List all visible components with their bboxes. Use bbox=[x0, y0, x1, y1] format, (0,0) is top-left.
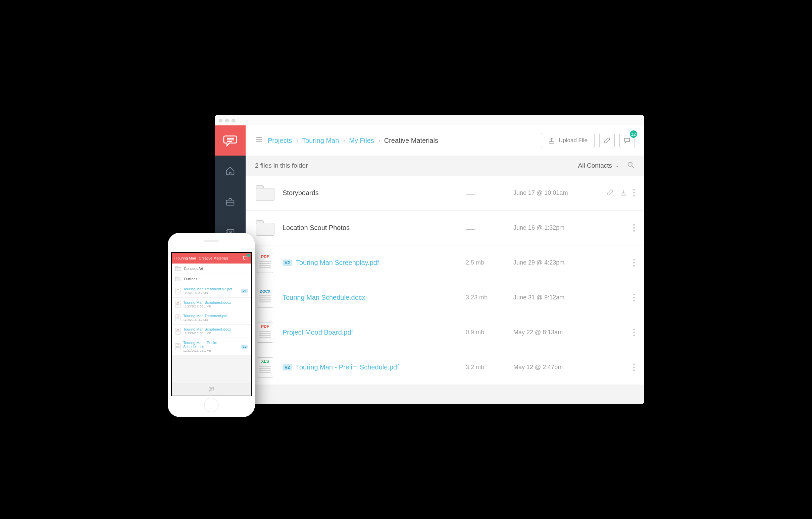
sidebar-briefcase-icon[interactable] bbox=[215, 186, 245, 217]
chevron-left-icon: ‹ bbox=[174, 256, 175, 260]
version-tag: V2 bbox=[283, 364, 292, 370]
file-icon bbox=[175, 343, 180, 350]
file-row[interactable]: Location Scout PhotosJune 16 @ 1:32pm bbox=[245, 211, 644, 245]
file-icon bbox=[175, 288, 180, 294]
chevron-right-icon: › bbox=[378, 137, 380, 144]
phone-file-list: Concept ArtOutlinesTouring Man Treatment… bbox=[172, 264, 251, 383]
more-icon[interactable] bbox=[633, 259, 635, 267]
link-icon[interactable] bbox=[606, 189, 614, 197]
file-date: May 12 @ 2:47pm bbox=[513, 364, 587, 371]
more-icon[interactable] bbox=[633, 224, 635, 232]
file-size bbox=[466, 224, 506, 231]
phone-badge bbox=[247, 254, 250, 257]
file-size: 2.5 mb bbox=[466, 259, 506, 266]
breadcrumb-link[interactable]: Touring Man bbox=[302, 137, 339, 145]
chevron-down-icon: ⌄ bbox=[615, 163, 619, 168]
more-icon[interactable] bbox=[633, 189, 635, 197]
file-row[interactable]: StoryboardsJune 17 @ 10:01am bbox=[245, 176, 644, 211]
phone-mockup: ‹ Touring Man Creative Materials Concept… bbox=[168, 233, 255, 417]
phone-file-name: Touring Man Scriptment.docx bbox=[183, 300, 231, 304]
phone-file-name: Touring Man Scriptment.docx bbox=[183, 327, 231, 331]
comments-badge: 12 bbox=[630, 130, 637, 138]
breadcrumb-link[interactable]: My Files bbox=[349, 137, 374, 145]
phone-file-row[interactable]: Concept Art bbox=[172, 264, 251, 274]
version-tag: V2 bbox=[283, 260, 292, 266]
file-row[interactable]: PDFV2Touring Man Screenplay.pdf2.5 mbJun… bbox=[245, 245, 644, 280]
contacts-label: All Contacts bbox=[578, 162, 612, 169]
folder-icon bbox=[256, 220, 274, 236]
phone-back-button[interactable]: ‹ Touring Man bbox=[174, 256, 196, 260]
file-icon: XLS bbox=[257, 357, 273, 377]
phone-file-meta: 12/23/2016, 35.1 MB bbox=[183, 349, 238, 353]
phone-file-row[interactable]: Touring Man Treatment.pdf12/3/2016, 3.2 … bbox=[172, 311, 251, 325]
file-name: Project Mood Board.pdf bbox=[283, 329, 353, 336]
file-icon bbox=[175, 314, 180, 321]
phone-file-meta: 12/23/2016, 35.1 MB bbox=[183, 305, 231, 308]
more-icon[interactable] bbox=[633, 329, 635, 336]
phone-file-name: Touring Man Treatment.pdf bbox=[183, 314, 227, 318]
folder-icon bbox=[256, 185, 274, 201]
file-name: Touring Man - Prelim Schedule.pdf bbox=[296, 363, 399, 371]
file-icon bbox=[175, 301, 180, 308]
chevron-right-icon: › bbox=[343, 137, 345, 144]
file-size: 3.23 mb bbox=[466, 294, 506, 301]
file-icon: PDF bbox=[257, 253, 273, 273]
share-link-button[interactable] bbox=[599, 133, 615, 148]
svg-point-14 bbox=[628, 162, 632, 166]
download-icon[interactable] bbox=[620, 189, 627, 197]
file-date: June 16 @ 1:32pm bbox=[513, 224, 587, 231]
phone-chat-icon[interactable] bbox=[242, 255, 249, 262]
file-row[interactable]: DOCXTouring Man Schedule.docx3.23 mbJune… bbox=[245, 280, 644, 315]
phone-file-meta: 12/23/2016, 35.1 MB bbox=[183, 332, 231, 335]
app-logo[interactable] bbox=[215, 125, 245, 156]
window-dot[interactable] bbox=[219, 119, 223, 122]
phone-file-row[interactable]: Touring Man Scriptment.docx12/23/2016, 3… bbox=[172, 298, 251, 311]
file-size bbox=[466, 189, 506, 196]
upload-file-label: Upload File bbox=[559, 137, 587, 144]
menu-icon[interactable] bbox=[255, 136, 263, 145]
phone-screen: ‹ Touring Man Creative Materials Concept… bbox=[171, 252, 252, 396]
svg-line-15 bbox=[632, 166, 634, 168]
phone-file-name: Touring Man Treatment v2.pdf bbox=[183, 287, 232, 291]
file-icon bbox=[175, 328, 180, 335]
contacts-dropdown[interactable]: All Contacts ⌄ bbox=[578, 162, 619, 169]
file-name: Touring Man Schedule.docx bbox=[283, 294, 366, 301]
phone-footer bbox=[172, 383, 251, 396]
phone-back-label: Touring Man bbox=[176, 256, 196, 260]
file-date: June 17 @ 10:01am bbox=[513, 189, 587, 196]
window-titlebar bbox=[215, 115, 644, 125]
phone-file-name: Outlines bbox=[184, 277, 197, 281]
phone-file-row[interactable]: Outlines bbox=[172, 274, 251, 284]
file-row[interactable]: PDFProject Mood Board.pdf0.9 mbMay 22 @ … bbox=[245, 315, 644, 350]
file-name: Storyboards bbox=[283, 189, 319, 197]
breadcrumb-link[interactable]: Projects bbox=[268, 137, 292, 145]
more-icon[interactable] bbox=[633, 363, 635, 371]
phone-file-name: Concept Art bbox=[184, 267, 203, 271]
sidebar-home-icon[interactable] bbox=[215, 156, 245, 186]
file-row[interactable]: XLSV2Touring Man - Prelim Schedule.pdf3.… bbox=[245, 350, 644, 385]
file-list: StoryboardsJune 17 @ 10:01amLocation Sco… bbox=[245, 176, 644, 404]
upload-file-button[interactable]: Upload File bbox=[541, 133, 594, 148]
comments-button[interactable]: 12 bbox=[619, 133, 635, 148]
phone-file-row[interactable]: Touring Man Scriptment.docx12/23/2016, 3… bbox=[172, 325, 251, 338]
window-dot[interactable] bbox=[225, 119, 229, 122]
phone-file-row[interactable]: Touring Man Treatment v2.pdf12/3/2016, 3… bbox=[172, 284, 251, 298]
phone-header: ‹ Touring Man Creative Materials bbox=[172, 253, 251, 264]
svg-rect-13 bbox=[549, 142, 554, 144]
file-icon: DOCX bbox=[257, 288, 273, 308]
breadcrumb: Projects › Touring Man › My Files › Crea… bbox=[268, 137, 536, 145]
file-name: Touring Man Screenplay.pdf bbox=[296, 259, 379, 267]
window-dot[interactable] bbox=[232, 119, 235, 122]
subheader: 2 files in this folder All Contacts ⌄ bbox=[245, 156, 644, 176]
phone-file-row[interactable]: Touring Man - Prelim Schedule.xls12/23/2… bbox=[172, 338, 251, 356]
phone-footer-icon[interactable] bbox=[208, 386, 215, 393]
breadcrumb-current: Creative Materials bbox=[384, 137, 438, 145]
phone-title: Creative Materials bbox=[199, 256, 229, 260]
file-date: May 22 @ 8:13am bbox=[513, 329, 587, 336]
search-icon[interactable] bbox=[627, 161, 635, 171]
version-tag: V2 bbox=[241, 289, 248, 293]
file-size: 0.9 mb bbox=[466, 329, 506, 336]
file-count-label: 2 files in this folder bbox=[255, 162, 308, 169]
more-icon[interactable] bbox=[633, 294, 635, 301]
file-date: June 29 @ 4:23pm bbox=[513, 259, 587, 266]
